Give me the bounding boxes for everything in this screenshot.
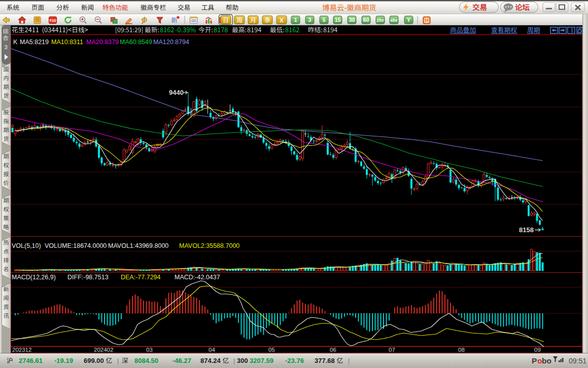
svg-text:699.00: 699.00	[84, 357, 104, 364]
svg-text:07: 07	[389, 347, 395, 353]
svg-text:05: 05	[268, 347, 275, 353]
svg-text:P: P	[532, 356, 537, 365]
svg-text:3207.59: 3207.59	[250, 357, 273, 364]
svg-text:202312: 202312	[12, 347, 31, 353]
svg-text:DEA:-77.7294: DEA:-77.7294	[121, 274, 161, 281]
svg-text:377.68: 377.68	[315, 357, 335, 364]
svg-text:5: 5	[322, 17, 325, 23]
svg-text:MA5:8219: MA5:8219	[20, 39, 49, 46]
svg-text:09:51: 09:51	[569, 357, 586, 365]
svg-text:Y: Y	[407, 17, 411, 23]
svg-text:|: |	[117, 357, 119, 364]
svg-text:X: X	[280, 17, 284, 23]
svg-text:202402: 202402	[94, 347, 113, 353]
svg-text:bo: bo	[542, 356, 551, 365]
svg-text:300: 300	[237, 357, 248, 364]
svg-text:3: 3	[5, 44, 8, 50]
svg-text:VOLUME:18674.0000: VOLUME:18674.0000	[45, 242, 107, 249]
svg-text:874.24: 874.24	[200, 357, 221, 364]
svg-text:8084.50: 8084.50	[134, 357, 158, 364]
svg-text:60: 60	[363, 17, 369, 23]
svg-text:-19.19: -19.19	[54, 357, 73, 364]
svg-text:2hr: 2hr	[376, 17, 384, 23]
svg-text:2746.61: 2746.61	[19, 357, 43, 364]
svg-text:MACD:-42.0437: MACD:-42.0437	[175, 274, 220, 281]
svg-text:MA120:8794: MA120:8794	[153, 39, 189, 46]
svg-text:-23.76: -23.76	[285, 357, 304, 364]
svg-text:F10: F10	[50, 18, 56, 23]
svg-text:|: |	[233, 357, 235, 364]
svg-text:MA60:8549: MA60:8549	[120, 39, 152, 46]
svg-text:9440: 9440	[169, 89, 184, 96]
svg-text:8158: 8158	[519, 226, 534, 234]
svg-text:1: 1	[294, 17, 297, 23]
svg-text:VOL(5,10): VOL(5,10)	[12, 242, 41, 249]
svg-text:MA20:8379: MA20:8379	[86, 39, 119, 46]
svg-text:-46.27: -46.27	[172, 357, 191, 364]
svg-text:MACD(12,26,9): MACD(12,26,9)	[12, 274, 56, 281]
svg-text:MAVOL2:35588.7000: MAVOL2:35588.7000	[179, 242, 239, 249]
svg-text:15: 15	[334, 17, 340, 23]
svg-text:MAVOL1:43969.8000: MAVOL1:43969.8000	[108, 242, 168, 249]
svg-text:04: 04	[209, 347, 215, 353]
svg-text:30: 30	[349, 17, 355, 23]
svg-text:06: 06	[330, 347, 336, 353]
svg-text:|: |	[348, 357, 350, 364]
svg-text:3: 3	[308, 17, 311, 23]
svg-text:09: 09	[534, 347, 541, 353]
svg-text:4hr: 4hr	[390, 17, 398, 23]
svg-text:K: K	[13, 39, 18, 46]
svg-text:03: 03	[146, 347, 153, 353]
svg-text:MA10:8311: MA10:8311	[51, 39, 83, 46]
svg-text:DIFF:-98.7513: DIFF:-98.7513	[67, 274, 109, 281]
svg-text:08: 08	[458, 347, 465, 353]
